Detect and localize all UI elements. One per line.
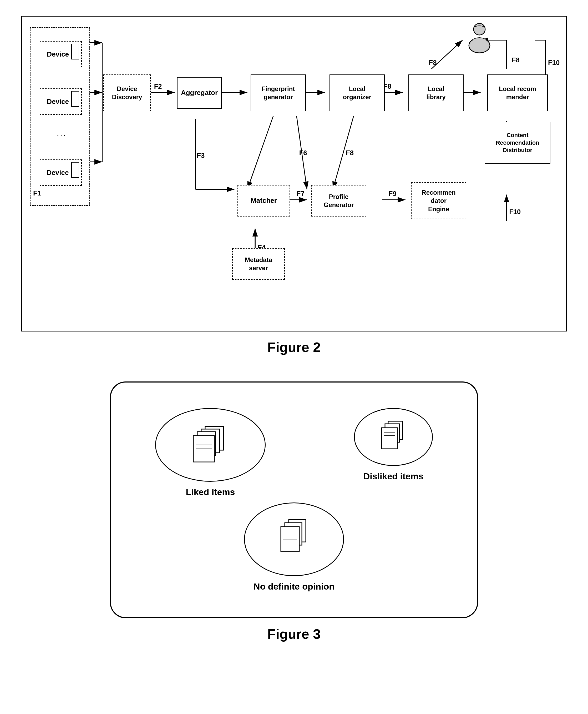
device-discovery-box: DeviceDiscovery	[103, 75, 151, 111]
no-opinion-ellipse	[244, 503, 344, 576]
svg-text:F2: F2	[154, 83, 162, 90]
svg-line-13	[297, 116, 307, 189]
fingerprint-label: Fingerprintgenerator	[262, 85, 295, 101]
svg-rect-54	[382, 428, 397, 449]
aggregator-label: Aggregator	[181, 88, 218, 97]
devicen-inner	[71, 162, 79, 178]
figure3-container: Liked items Disliked items	[21, 382, 567, 658]
svg-point-44	[469, 38, 490, 53]
f1-label: F1	[33, 189, 41, 197]
svg-text:F10: F10	[548, 59, 560, 66]
svg-text:F10: F10	[509, 208, 521, 216]
device2-inner	[71, 91, 79, 107]
device2-label: Device 2	[47, 98, 75, 106]
recommender-engine-box: RecommendatorEngine	[411, 182, 466, 219]
metadata-server-box: Metadataserver	[232, 248, 285, 280]
diagram-svg: F2 F3 F4 F5 F6 F7 F8 F8 F8 F8 F9 F10 F10	[22, 17, 566, 331]
device1-inner	[71, 44, 79, 59]
disliked-items-group: Disliked items	[354, 408, 433, 497]
local-library-box: Locallibrary	[408, 75, 464, 111]
devicen-label: Device n	[47, 169, 75, 177]
local-recommender-label: Local recommender	[499, 85, 536, 101]
liked-items-ellipse	[155, 408, 266, 482]
local-recommender-box: Local recommender	[487, 75, 548, 111]
figure3-diagram: Liked items Disliked items	[110, 382, 478, 618]
disliked-items-label: Disliked items	[363, 471, 424, 482]
diagram-area: F2 F3 F4 F5 F6 F7 F8 F8 F8 F8 F9 F10 F10	[21, 16, 567, 331]
content-recommendation-label: ContentRecomendationDistributor	[496, 131, 539, 154]
figure2-caption: Figure 2	[21, 339, 567, 355]
aggregator-box: Aggregator	[177, 77, 222, 109]
svg-text:F6: F6	[299, 149, 307, 157]
figure2-container: F2 F3 F4 F5 F6 F7 F8 F8 F8 F8 F9 F10 F10	[21, 16, 567, 371]
device1-box: Device 1	[40, 41, 82, 67]
svg-text:F8: F8	[429, 59, 437, 66]
no-opinion-group: No definite opinion	[244, 503, 344, 592]
metadata-server-label: Metadataserver	[245, 256, 272, 272]
local-organizer-box: Localorganizer	[330, 75, 385, 111]
svg-line-15	[333, 116, 354, 189]
figure3-caption: Figure 3	[268, 626, 320, 642]
figure3-top-row: Liked items Disliked items	[111, 408, 477, 497]
local-organizer-label: Localorganizer	[343, 85, 371, 101]
liked-items-group: Liked items	[155, 408, 266, 497]
content-recommendation-box: ContentRecomendationDistributor	[485, 122, 550, 164]
matcher-box: Matcher	[237, 185, 290, 217]
disliked-items-ellipse	[354, 408, 433, 466]
profile-generator-label: ProfileGenerator	[324, 192, 354, 209]
svg-rect-60	[281, 527, 299, 552]
device1-label: Device 1	[47, 50, 75, 58]
svg-line-11	[248, 116, 273, 189]
svg-line-17	[431, 40, 462, 69]
svg-text:F8: F8	[346, 149, 354, 157]
liked-items-label: Liked items	[186, 487, 235, 497]
devicen-box: Device n	[40, 159, 82, 186]
svg-text:F3: F3	[197, 152, 205, 159]
no-opinion-label: No definite opinion	[253, 582, 335, 592]
profile-generator-box: ProfileGenerator	[311, 185, 366, 217]
fingerprint-generator-box: Fingerprintgenerator	[251, 75, 306, 111]
svg-text:F9: F9	[388, 190, 397, 197]
device2-box: Device 2	[40, 88, 82, 115]
dots: ···	[57, 130, 66, 139]
recommender-engine-label: RecommendatorEngine	[422, 188, 456, 213]
svg-text:F8: F8	[512, 56, 520, 64]
matcher-label: Matcher	[251, 196, 277, 205]
svg-text:F7: F7	[297, 190, 304, 197]
local-library-label: Locallibrary	[426, 85, 445, 101]
devices-group: Device 1 Device 2 ··· Device n F1	[30, 27, 90, 206]
svg-point-43	[474, 23, 485, 35]
device-discovery-label: DeviceDiscovery	[112, 85, 142, 101]
user-icon	[464, 22, 495, 54]
